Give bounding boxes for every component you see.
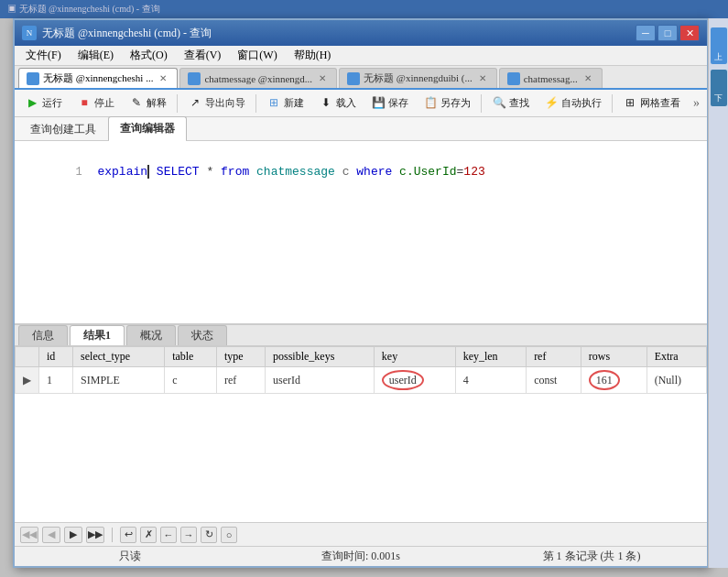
run-button[interactable]: ▶ 运行 bbox=[18, 93, 69, 114]
tab-label-1: chatmessage @xinnengd... bbox=[204, 73, 312, 84]
col-header-key: key bbox=[374, 347, 455, 367]
sep-1 bbox=[177, 94, 178, 113]
stop-label: 停止 bbox=[94, 96, 114, 110]
cell-ref: const bbox=[527, 367, 581, 394]
col-header-ref: ref bbox=[527, 347, 581, 367]
save-icon: 💾 bbox=[371, 96, 386, 111]
row-indicator: ▶ bbox=[16, 367, 39, 394]
keyword-where: where bbox=[356, 165, 392, 179]
toolbar-more[interactable]: » bbox=[690, 94, 703, 113]
explain-label: 解释 bbox=[147, 96, 167, 110]
export-label: 导出向导 bbox=[205, 96, 245, 110]
status-bar: 只读 查询时间: 0.001s 第 1 条记录 (共 1 条) bbox=[15, 546, 707, 566]
menu-edit[interactable]: 编辑(E) bbox=[71, 46, 121, 65]
editor-area[interactable]: 1explain SELECT * from chatmessage c whe… bbox=[15, 141, 707, 324]
autoexec-button[interactable]: ⚡ 自动执行 bbox=[538, 93, 608, 114]
key-circle-highlight: userId bbox=[382, 370, 424, 390]
system-bar: ▣ 无标题 @xinnengcheshi (cmd) - 查询 bbox=[0, 0, 728, 18]
nav-refresh-button[interactable]: ↻ bbox=[201, 527, 217, 543]
menu-format[interactable]: 格式(O) bbox=[123, 46, 175, 65]
sep-2 bbox=[255, 94, 256, 113]
stop-button[interactable]: ■ 停止 bbox=[71, 93, 121, 114]
load-icon: ⬇ bbox=[319, 96, 333, 111]
nav-circle-button[interactable]: ○ bbox=[221, 527, 237, 543]
stop-icon: ■ bbox=[77, 96, 92, 111]
right-panel-btn-1[interactable]: 上 bbox=[711, 27, 727, 64]
find-button[interactable]: 🔍 查找 bbox=[485, 93, 536, 114]
nav-undo-button[interactable]: ↩ bbox=[120, 527, 136, 543]
export-button[interactable]: ↗ 导出向导 bbox=[181, 93, 252, 114]
right-panel: 上 下 bbox=[708, 18, 728, 568]
rows-circle-highlight: 161 bbox=[589, 370, 620, 390]
table-row[interactable]: ▶ 1 SIMPLE c ref userId userId 4 const 1… bbox=[16, 367, 707, 394]
menu-file[interactable]: 文件(F) bbox=[18, 46, 69, 65]
nav-next-button[interactable]: ▶ bbox=[64, 527, 82, 543]
cell-key-len: 4 bbox=[455, 367, 527, 394]
code-line-1: 1explain SELECT * from chatmessage c whe… bbox=[18, 145, 703, 199]
maximize-button[interactable]: □ bbox=[657, 25, 678, 41]
results-area: id select_type table type possible_keys … bbox=[15, 346, 707, 522]
results-table: id select_type table type possible_keys … bbox=[15, 346, 707, 394]
bottom-tabs: 信息 结果1 概况 状态 bbox=[15, 324, 707, 346]
nav-sep bbox=[112, 528, 113, 542]
menu-window[interactable]: 窗口(W) bbox=[230, 46, 284, 65]
col-header-rows: rows bbox=[581, 347, 647, 367]
title-bar: N 无标题 @xinnengcheshi (cmd) - 查询 ─ □ ✕ bbox=[15, 20, 707, 46]
sep-3 bbox=[481, 94, 482, 113]
keyword-explain: explain bbox=[97, 165, 147, 179]
nav-last-button[interactable]: ▶▶ bbox=[86, 527, 104, 543]
nav-prev-button[interactable]: ◀ bbox=[42, 527, 60, 543]
line-number-1: 1 bbox=[75, 164, 93, 180]
tab-close-2[interactable]: ✕ bbox=[476, 72, 489, 85]
tab-1[interactable]: chatmessage @xinnengd... ✕ bbox=[179, 68, 337, 88]
nav-first-button[interactable]: ◀◀ bbox=[20, 527, 38, 543]
nav-right-button[interactable]: → bbox=[180, 527, 197, 543]
tab-close-0[interactable]: ✕ bbox=[157, 72, 169, 85]
sub-toolbar: 查询创建工具 查询编辑器 bbox=[15, 117, 707, 141]
load-button[interactable]: ⬇ 载入 bbox=[312, 93, 363, 114]
minimize-button[interactable]: ─ bbox=[636, 25, 656, 41]
app-icon: N bbox=[22, 26, 37, 40]
cell-table: c bbox=[165, 367, 217, 394]
tab-bar: 无标题 @xinnengcheshi ... ✕ chatmessage @xi… bbox=[15, 66, 707, 90]
menu-view[interactable]: 查看(V) bbox=[177, 46, 229, 65]
autoexec-label: 自动执行 bbox=[561, 96, 602, 110]
close-button[interactable]: ✕ bbox=[679, 25, 700, 41]
main-window: N 无标题 @xinnengcheshi (cmd) - 查询 ─ □ ✕ 文件… bbox=[13, 18, 709, 568]
keyword-from: from bbox=[221, 165, 249, 179]
nav-left-button[interactable]: ← bbox=[160, 527, 177, 543]
tab-3[interactable]: chatmessag... ✕ bbox=[499, 68, 603, 88]
sub-tab-query-builder[interactable]: 查询创建工具 bbox=[18, 117, 108, 141]
tab-close-1[interactable]: ✕ bbox=[316, 72, 329, 85]
column-ref: c.UserId bbox=[392, 165, 456, 179]
nav-delete-button[interactable]: ✗ bbox=[140, 527, 157, 543]
save-button[interactable]: 💾 保存 bbox=[364, 93, 415, 114]
tab-0[interactable]: 无标题 @xinnengcheshi ... ✕ bbox=[18, 68, 178, 88]
tab-label-3: chatmessag... bbox=[524, 73, 578, 84]
bottom-tab-info[interactable]: 信息 bbox=[18, 325, 68, 345]
explain-button[interactable]: ✎ 解释 bbox=[123, 93, 173, 114]
run-icon: ▶ bbox=[25, 96, 39, 111]
sub-tab-query-editor[interactable]: 查询编辑器 bbox=[108, 116, 187, 142]
new-button[interactable]: ⊞ 新建 bbox=[260, 93, 310, 114]
bottom-tab-result1[interactable]: 结果1 bbox=[70, 325, 125, 345]
col-header-extra: Extra bbox=[647, 347, 706, 367]
cell-extra: (Null) bbox=[647, 367, 706, 394]
cell-select-type: SIMPLE bbox=[73, 367, 165, 394]
tab-icon-1 bbox=[188, 72, 201, 85]
saveas-button[interactable]: 📋 另存为 bbox=[417, 93, 477, 114]
alias: c bbox=[335, 165, 356, 179]
export-icon: ↗ bbox=[188, 96, 202, 111]
tab-close-3[interactable]: ✕ bbox=[581, 72, 594, 85]
gridview-button[interactable]: ⊞ 网格查看 bbox=[616, 93, 687, 114]
title-bar-controls: ─ □ ✕ bbox=[636, 25, 700, 41]
bottom-tab-status[interactable]: 状态 bbox=[178, 325, 227, 345]
save-label: 保存 bbox=[388, 96, 408, 110]
right-panel-btn-2[interactable]: 下 bbox=[711, 70, 727, 106]
menu-help[interactable]: 帮助(H) bbox=[287, 46, 339, 65]
bottom-tab-overview[interactable]: 概况 bbox=[126, 325, 176, 345]
saveas-icon: 📋 bbox=[423, 96, 438, 111]
menu-bar: 文件(F) 编辑(E) 格式(O) 查看(V) 窗口(W) 帮助(H) bbox=[15, 46, 707, 66]
cell-type: ref bbox=[216, 367, 265, 394]
tab-2[interactable]: 无标题 @xinnengduibi (... ✕ bbox=[339, 68, 497, 88]
